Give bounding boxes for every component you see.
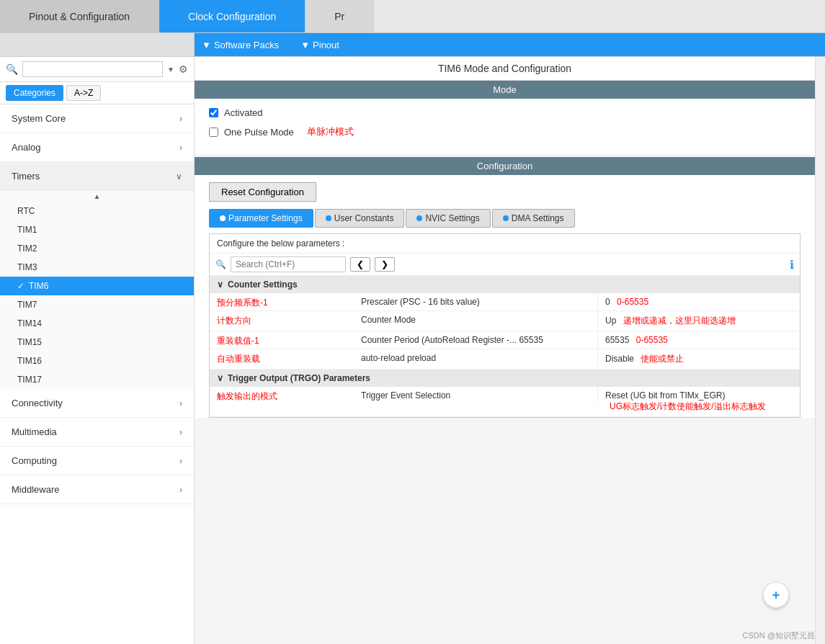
trigger-event-name: Trigger Event Selection [354, 387, 598, 404]
tab-user-constants[interactable]: User Constants [315, 209, 405, 228]
param-row-counter-period: 重装载值-1 Counter Period (AutoReload Regist… [210, 331, 800, 349]
sidebar-item-tim14[interactable]: TIM14 [0, 314, 194, 333]
info-icon: ℹ [790, 258, 794, 272]
sidebar: 🔍 ▼ ⚙ Categories A->Z System Core › Anal… [0, 57, 195, 644]
param-row-counter-mode: 计数方向 Counter Mode Up 递增或递减，这里只能选递增 [210, 311, 800, 331]
next-result-button[interactable]: ❯ [375, 257, 395, 272]
sidebar-item-system-core[interactable]: System Core › [0, 104, 194, 133]
auto-reload-annotation: 使能或禁止 [641, 354, 684, 364]
timers-submenu: ▲ RTC TIM1 TIM2 TIM3 ✓ TIM6 TI [0, 191, 194, 389]
sidebar-items: System Core › Analog › Timers ∨ ▲ RTC [0, 104, 194, 644]
prescaler-annotation: 0-65535 [617, 297, 648, 307]
mode-content: Activated One Pulse Mode 单脉冲模式 [195, 99, 815, 154]
sidebar-item-tim2[interactable]: TIM2 [0, 239, 194, 258]
counter-mode-name: Counter Mode [354, 311, 598, 328]
zoom-icon: + [772, 588, 780, 603]
sidebar-item-rtc[interactable]: RTC [0, 202, 194, 220]
config-hint: Configure the below parameters : [210, 234, 800, 254]
sidebar-item-middleware[interactable]: Middleware › [0, 475, 194, 504]
sidebar-item-tim3[interactable]: TIM3 [0, 258, 194, 277]
sidebar-item-analog[interactable]: Analog › [0, 133, 194, 162]
dot-icon [416, 215, 422, 221]
auto-reload-name: auto-reload preload [354, 349, 598, 367]
sidebar-item-tim1[interactable]: TIM1 [0, 220, 194, 239]
counter-mode-annotation: 递增或递减，这里只能选递增 [623, 316, 736, 326]
dot-icon [326, 215, 331, 221]
check-icon: ✓ [17, 281, 24, 291]
activated-checkbox[interactable] [209, 108, 218, 117]
dropdown-arrow-icon[interactable]: ▼ [167, 66, 174, 73]
tab-project[interactable]: Pr [306, 0, 374, 32]
tab-clock[interactable]: Clock Configuration [159, 0, 306, 32]
zoom-button[interactable]: + [763, 582, 789, 608]
sidebar-item-tim17[interactable]: TIM17 [0, 370, 194, 389]
content-area: TIM6 Mode and Configuration Mode Activat… [195, 57, 815, 644]
prev-result-button[interactable]: ❮ [350, 257, 370, 272]
counter-period-annotation: 0-65535 [636, 335, 668, 345]
chevron-right-icon: › [179, 456, 182, 466]
config-body: Configure the below parameters : 🔍 ❮ ❯ ℹ… [209, 233, 801, 418]
config-tabs: Parameter Settings User Constants NVIC S… [195, 209, 815, 228]
dot-icon [220, 215, 226, 221]
secondary-nav-software-packs[interactable]: ▼ Software Packs [202, 40, 279, 50]
search-bar: 🔍 ▼ ⚙ [0, 57, 194, 82]
brand-watermark: CSDN @知识墅元昌 [743, 630, 815, 641]
prescaler-value: 0 0-65535 [598, 293, 800, 310]
search-small-icon: 🔍 [215, 259, 226, 269]
tab-categories[interactable]: Categories [6, 85, 63, 101]
counter-period-label-annotation: 重装载值-1 [217, 335, 259, 347]
chevron-right-icon: › [179, 143, 182, 153]
one-pulse-annotation: 单脉冲模式 [307, 125, 354, 138]
param-row-auto-reload: 自动重装载 auto-reload preload Disable 使能或禁止 [210, 349, 800, 370]
chevron-right-icon: › [179, 398, 182, 408]
trigger-settings-header: ∨ Trigger Output (TRGO) Parameters [210, 370, 800, 387]
tab-nvic-settings[interactable]: NVIC Settings [406, 209, 490, 228]
param-row-prescaler: 预分频系数-1 Prescaler (PSC - 16 bits value) … [210, 293, 800, 311]
reset-configuration-button[interactable]: Reset Configuration [209, 182, 316, 202]
config-section: Configuration Reset Configuration Parame… [195, 157, 815, 418]
category-tabs: Categories A->Z [0, 82, 194, 104]
one-pulse-checkbox[interactable] [209, 128, 218, 137]
trigger-event-label-annotation: 触发输出的模式 [217, 390, 277, 403]
secondary-nav-pinout[interactable]: ▼ Pinout [300, 40, 339, 50]
one-pulse-label: One Pulse Mode [224, 127, 294, 138]
tab-pinout[interactable]: Pinout & Configuration [0, 0, 159, 32]
settings-icon[interactable]: ⚙ [179, 63, 188, 75]
mode-section: Mode Activated One Pulse Mode 单脉冲模式 [195, 81, 815, 154]
chevron-right-icon: › [179, 427, 182, 437]
prescaler-name: Prescaler (PSC - 16 bits value) [354, 293, 598, 310]
auto-reload-value: Disable 使能或禁止 [598, 349, 800, 369]
sidebar-item-timers[interactable]: Timers ∨ [0, 162, 194, 191]
tab-parameter-settings[interactable]: Parameter Settings [209, 209, 313, 228]
sidebar-item-tim16[interactable]: TIM16 [0, 352, 194, 370]
counter-period-value: 65535 0-65535 [598, 331, 800, 349]
sidebar-item-tim7[interactable]: TIM7 [0, 295, 194, 314]
chevron-right-icon: › [179, 114, 182, 124]
mode-header: Mode [195, 81, 815, 99]
counter-settings-header: ∨ Counter Settings [210, 276, 800, 293]
main-layout: 🔍 ▼ ⚙ Categories A->Z System Core › Anal… [0, 57, 825, 644]
sidebar-item-multimedia[interactable]: Multimedia › [0, 418, 194, 447]
param-search-input[interactable] [231, 256, 346, 272]
search-input[interactable] [22, 61, 163, 77]
sidebar-item-computing[interactable]: Computing › [0, 447, 194, 475]
top-nav: Pinout & Configuration Clock Configurati… [0, 0, 825, 33]
sidebar-item-tim15[interactable]: TIM15 [0, 333, 194, 352]
activated-row: Activated [209, 107, 801, 118]
dot-icon [503, 215, 509, 221]
one-pulse-row: One Pulse Mode 单脉冲模式 [209, 125, 801, 138]
counter-mode-label-annotation: 计数方向 [217, 315, 251, 327]
chevron-right-icon: › [179, 485, 182, 495]
config-header: Configuration [195, 157, 815, 175]
scrollbar-area[interactable] [815, 57, 825, 644]
sidebar-item-connectivity[interactable]: Connectivity › [0, 389, 194, 418]
activated-label: Activated [224, 107, 262, 118]
counter-mode-value: Up 递增或递减，这里只能选递增 [598, 311, 800, 331]
tab-a-z[interactable]: A->Z [66, 85, 101, 101]
trigger-event-value: Reset (UG bit from TIMx_EGR) UG标志触发/计数使能… [598, 387, 800, 416]
chevron-down-icon: ∨ [176, 171, 182, 182]
scroll-up-icon[interactable]: ▲ [0, 191, 194, 202]
prescaler-label-annotation: 预分频系数-1 [217, 297, 268, 309]
sidebar-item-tim6[interactable]: ✓ TIM6 [0, 277, 194, 295]
tab-dma-settings[interactable]: DMA Settings [492, 209, 575, 228]
